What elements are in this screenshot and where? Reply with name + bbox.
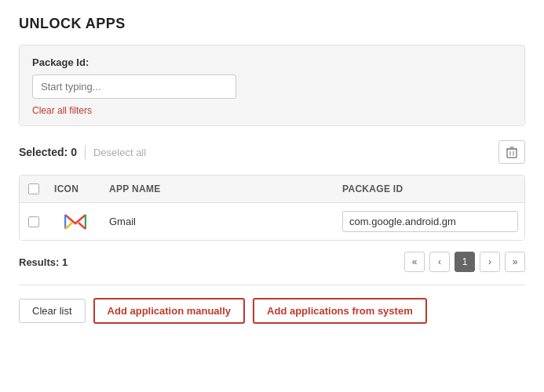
- row-app-name: Gmail: [103, 216, 336, 227]
- table-row: Gmail: [20, 203, 524, 240]
- add-from-system-button[interactable]: Add applications from system: [253, 298, 427, 324]
- deselect-all-button[interactable]: Deselect all: [93, 147, 146, 158]
- pagination-prev-button[interactable]: ‹: [429, 252, 450, 272]
- pagination-page-1-button[interactable]: 1: [455, 252, 475, 272]
- row-icon-cell: [48, 213, 103, 230]
- selected-count-label: Selected: 0: [19, 146, 77, 158]
- svg-rect-0: [507, 149, 517, 158]
- gmail-icon: [64, 213, 86, 230]
- table-header: ICON APP NAME PACKAGE ID: [20, 176, 524, 203]
- row-checkbox-cell[interactable]: [20, 216, 48, 227]
- apps-table: ICON APP NAME PACKAGE ID Gmail: [19, 175, 525, 241]
- results-label: Results: 1: [19, 256, 68, 268]
- header-icon: ICON: [48, 183, 103, 194]
- pagination-first-button[interactable]: «: [404, 252, 425, 272]
- page-title: UNLOCK APPS: [19, 16, 525, 32]
- select-all-checkbox[interactable]: [28, 183, 39, 194]
- pagination-next-button[interactable]: ›: [480, 252, 500, 272]
- action-bar: Clear list Add application manually Add …: [19, 285, 525, 324]
- header-app-name: APP NAME: [103, 183, 336, 194]
- header-package-id: PACKAGE ID: [336, 183, 524, 194]
- add-manually-button[interactable]: Add application manually: [93, 298, 245, 324]
- row-package-id-cell[interactable]: [336, 211, 524, 232]
- clear-list-button[interactable]: Clear list: [19, 299, 86, 323]
- package-id-label: Package Id:: [32, 56, 512, 68]
- pagination-bar: Results: 1 « ‹ 1 › »: [19, 252, 525, 272]
- clear-filters-link[interactable]: Clear all filters: [32, 105, 92, 116]
- selection-bar: Selected: 0 Deselect all: [19, 137, 525, 167]
- trash-icon: [506, 146, 517, 158]
- vertical-divider: [85, 145, 86, 159]
- filter-section: Package Id: Clear all filters: [19, 45, 525, 126]
- package-id-input[interactable]: [32, 74, 236, 99]
- delete-selected-button[interactable]: [498, 140, 525, 164]
- row-checkbox[interactable]: [28, 216, 39, 227]
- row-package-id-input[interactable]: [342, 211, 518, 232]
- pagination-last-button[interactable]: »: [505, 252, 525, 272]
- header-checkbox-cell[interactable]: [20, 183, 48, 194]
